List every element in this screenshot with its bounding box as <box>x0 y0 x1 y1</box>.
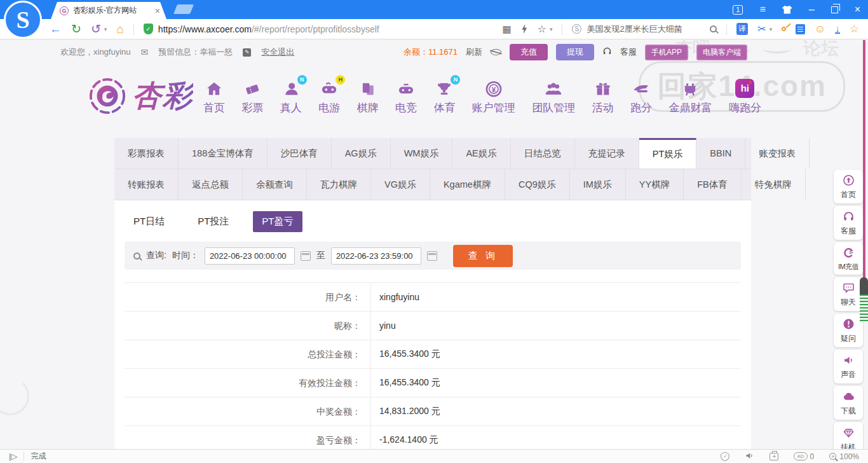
quick-download[interactable]: 下载 <box>834 386 863 420</box>
nav-item-esports[interactable]: 电竞 <box>395 78 417 115</box>
nav-item-promotions[interactable]: 活动 <box>592 78 614 115</box>
withdraw-button[interactable]: 提现 <box>556 44 594 60</box>
favorites-star-icon[interactable]: ☆ <box>850 22 859 36</box>
feedback-smiley-icon[interactable]: ☺ <box>815 23 825 36</box>
nav-item-home[interactable]: 首页 <box>203 78 225 115</box>
download-icon[interactable]: ↓ <box>835 24 840 34</box>
quick-question[interactable]: 疑问 <box>834 314 863 347</box>
date-from-input[interactable] <box>205 247 295 265</box>
tab[interactable]: IM娱乐 <box>570 169 626 200</box>
clipboard-icon[interactable] <box>796 24 805 34</box>
screenshot-scissors-icon[interactable]: ✂ <box>757 23 766 35</box>
undo-close-button[interactable]: ↺ <box>91 23 101 35</box>
calendar-icon[interactable] <box>301 251 311 261</box>
home-button[interactable]: ⌂ <box>116 23 123 35</box>
bookmark-caret-icon[interactable]: ▾ <box>550 26 553 32</box>
quick-service[interactable]: 客服 <box>834 206 863 240</box>
query-submit-button[interactable]: 查 询 <box>453 245 513 267</box>
security-shield-icon[interactable]: ✓ <box>144 24 153 34</box>
page-state-icon[interactable]: |▷ <box>9 452 17 461</box>
refresh-balance-link[interactable]: 刷新 <box>466 46 482 58</box>
skin-theme-icon[interactable] <box>782 6 792 14</box>
quick-home[interactable]: 首页 <box>834 170 863 204</box>
tab-active-pt[interactable]: PT娱乐 <box>639 138 697 169</box>
screenshot-caret-icon[interactable]: ▾ <box>770 26 773 32</box>
tab[interactable]: FB体育 <box>684 169 742 200</box>
tab[interactable]: 特兔棋牌 <box>742 169 806 200</box>
recharge-button[interactable]: 充值 <box>510 44 548 60</box>
tab[interactable]: 返点总额 <box>179 169 243 200</box>
quick-im-recharge[interactable]: IM充值 <box>834 242 863 275</box>
calendar-icon[interactable] <box>427 251 437 261</box>
quick-chat[interactable]: 聊天 <box>834 277 863 311</box>
quick-sound[interactable]: 声音 <box>834 350 863 384</box>
tab[interactable]: 账变报表 <box>745 138 810 169</box>
menu-icon[interactable]: ≡ <box>759 4 765 15</box>
search-box[interactable]: S 美国发现2厘米长巨大细菌 <box>572 24 700 35</box>
scrollbar-thumb[interactable] <box>860 277 868 322</box>
subtab-pt-daily[interactable]: PT日结 <box>125 211 173 232</box>
service-headset-icon[interactable] <box>602 46 612 58</box>
service-label[interactable]: 客服 <box>620 46 637 58</box>
search-icon[interactable] <box>710 25 717 32</box>
edit-icon[interactable]: ✎ <box>243 48 251 57</box>
search-hint-text[interactable]: 美国发现2厘米长巨大细菌 <box>587 24 682 35</box>
nav-item-account[interactable]: ¥ 账户管理 <box>472 78 515 115</box>
nav-item-boardgames[interactable]: 棋牌 <box>357 78 379 115</box>
mobile-app-button[interactable]: 手机APP <box>645 45 688 60</box>
tab[interactable]: 充提记录 <box>575 138 639 169</box>
back-button[interactable]: ← <box>50 23 62 35</box>
tab[interactable]: Kgame棋牌 <box>430 169 505 200</box>
quick-idle[interactable]: 挂机 <box>834 422 863 449</box>
medical-kit-icon[interactable]: + <box>770 453 778 460</box>
logout-link[interactable]: 安全退出 <box>261 46 294 58</box>
tab[interactable]: VG娱乐 <box>371 169 430 200</box>
tab[interactable]: BBIN <box>696 138 745 169</box>
new-tab-button[interactable] <box>173 4 194 14</box>
restore-button[interactable] <box>831 6 838 13</box>
security-check-icon[interactable]: ✓ <box>721 452 729 461</box>
tab-close-icon[interactable]: × <box>155 6 160 16</box>
close-window-button[interactable]: × <box>855 4 860 15</box>
tab[interactable]: 瓦力棋牌 <box>307 169 371 200</box>
tab[interactable]: 余额查询 <box>243 169 307 200</box>
undo-caret-icon[interactable]: ▾ <box>104 26 107 32</box>
date-to-input[interactable] <box>331 247 421 265</box>
tab[interactable]: 日结总览 <box>511 138 575 169</box>
hide-balance-eye-icon[interactable] <box>491 49 501 55</box>
nav-item-sports[interactable]: N 体育 <box>433 78 455 115</box>
tab[interactable]: 彩票报表 <box>114 138 179 169</box>
tab[interactable]: AG娱乐 <box>332 138 391 169</box>
nav-item-live[interactable]: N 真人 <box>280 78 302 115</box>
tab[interactable]: WM娱乐 <box>391 138 453 169</box>
nav-item-paofen[interactable]: 跑分 <box>630 78 652 115</box>
minimize-button[interactable]: – <box>809 4 815 15</box>
mail-icon[interactable]: ✉ <box>141 47 149 57</box>
ad-blocker[interactable]: AD 0 <box>794 452 814 461</box>
nav-item-jinding[interactable]: 金鼎财富 <box>668 78 712 115</box>
address-bar[interactable]: ✓ https://www.axcoer.com/#/report/report… <box>144 24 493 35</box>
nav-item-egames[interactable]: H 电游 <box>318 78 340 115</box>
password-key-icon[interactable] <box>781 26 787 32</box>
window-count-badge[interactable]: 1 <box>733 5 743 15</box>
tab[interactable]: YY棋牌 <box>626 169 684 200</box>
browser-logo[interactable]: S <box>4 1 42 39</box>
nav-item-hi-paofen[interactable]: hi 嗨跑分 <box>729 78 761 115</box>
tab[interactable]: CQ9娱乐 <box>505 169 570 200</box>
tab[interactable]: 转账报表 <box>114 169 179 200</box>
bookmark-star-icon[interactable]: ☆ <box>538 23 546 35</box>
nav-item-lottery[interactable]: 彩票 <box>241 78 263 115</box>
tab[interactable]: 188金宝博体育 <box>179 138 268 169</box>
browser-tab[interactable]: G 杏彩娱乐-官方网站 × <box>51 2 166 19</box>
reload-button[interactable]: ↻ <box>71 23 81 35</box>
tab[interactable]: AE娱乐 <box>452 138 510 169</box>
nav-item-team[interactable]: 团队管理 <box>532 78 575 115</box>
subtab-pt-profitloss[interactable]: PT盈亏 <box>253 211 302 232</box>
translate-icon[interactable]: 译 <box>736 23 749 35</box>
qr-code-icon[interactable]: ▦ <box>503 24 512 35</box>
brand[interactable]: 杏彩 <box>88 76 193 116</box>
pc-client-button[interactable]: 电脑客户端 <box>696 45 747 60</box>
speed-mode-icon[interactable] <box>521 24 528 34</box>
zoom-control[interactable]: + 100% <box>829 452 859 461</box>
tab[interactable]: 沙巴体育 <box>268 138 332 169</box>
